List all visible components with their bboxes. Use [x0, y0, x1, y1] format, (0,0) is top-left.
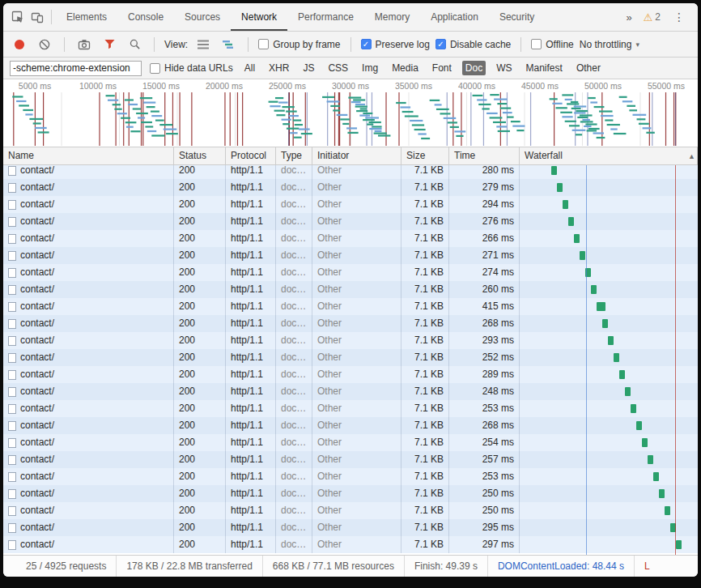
view-overview-icon[interactable] — [219, 35, 238, 54]
filter-type-manifest[interactable]: Manifest — [523, 61, 566, 75]
divider — [404, 556, 405, 577]
tab-elements[interactable]: Elements — [56, 3, 117, 31]
request-type: doc… — [276, 417, 312, 434]
throttling-dropdown[interactable]: No throttling ▾ — [580, 39, 639, 50]
sort-indicator-icon[interactable]: ▲ — [688, 147, 695, 165]
domcontentloaded-stat: DOMContentLoaded: 48.44 s — [498, 560, 624, 572]
tab-application[interactable]: Application — [420, 3, 489, 31]
request-row[interactable]: contact/200http/1.1doc…Other7.1 KB257 ms — [3, 451, 698, 468]
filter-type-media[interactable]: Media — [389, 61, 422, 75]
tab-console[interactable]: Console — [117, 3, 174, 31]
requests-table-body: contact/200http/1.1doc…Other7.1 KB280 ms… — [3, 165, 698, 555]
request-protocol: http/1.1 — [226, 247, 276, 264]
tab-network[interactable]: Network — [231, 3, 287, 31]
request-row[interactable]: contact/200http/1.1doc…Other7.1 KB289 ms — [3, 366, 698, 383]
request-initiator: Other — [312, 315, 401, 332]
waterfall-bar — [563, 200, 568, 209]
tab-security[interactable]: Security — [489, 3, 545, 31]
filter-type-ws[interactable]: WS — [493, 61, 515, 75]
filter-type-font[interactable]: Font — [429, 61, 455, 75]
request-row[interactable]: contact/200http/1.1doc…Other7.1 KB266 ms — [3, 230, 698, 247]
request-size: 7.1 KB — [401, 315, 449, 332]
request-initiator: Other — [312, 179, 401, 196]
request-size: 7.1 KB — [401, 281, 449, 298]
view-large-rows-icon[interactable] — [193, 35, 213, 54]
request-row[interactable]: contact/200http/1.1doc…Other7.1 KB280 ms — [3, 165, 698, 179]
filter-type-css[interactable]: CSS — [325, 61, 351, 75]
filter-type-js[interactable]: JS — [300, 61, 317, 75]
request-row[interactable]: contact/200http/1.1doc…Other7.1 KB268 ms — [3, 417, 698, 434]
column-header-size[interactable]: Size — [401, 147, 449, 164]
request-row[interactable]: contact/200http/1.1doc…Other7.1 KB252 ms — [3, 349, 698, 366]
request-row[interactable]: contact/200http/1.1doc…Other7.1 KB293 ms — [3, 332, 698, 349]
capture-screenshots-icon[interactable] — [74, 35, 94, 54]
request-initiator: Other — [312, 281, 401, 298]
request-protocol: http/1.1 — [226, 434, 276, 451]
request-time: 274 ms — [449, 264, 520, 281]
preserve-log-checkbox[interactable]: ✓ Preserve log — [361, 39, 430, 50]
request-status: 200 — [174, 383, 226, 400]
warning-badge[interactable]: ⚠ 2 — [644, 11, 661, 23]
status-bar: 25 / 4925 requests178 KB / 22.8 MB trans… — [3, 555, 698, 577]
request-row[interactable]: contact/200http/1.1doc…Other7.1 KB248 ms — [3, 383, 698, 400]
request-row[interactable]: contact/200http/1.1doc…Other7.1 KB271 ms — [3, 247, 698, 264]
request-type: doc… — [276, 434, 312, 451]
request-row[interactable]: contact/200http/1.1doc…Other7.1 KB254 ms — [3, 434, 698, 451]
request-time: 253 ms — [449, 400, 520, 417]
record-button[interactable] — [10, 35, 29, 54]
request-type: doc… — [276, 298, 312, 315]
group-by-frame-checkbox[interactable]: ✓ Group by frame — [258, 39, 340, 50]
request-row[interactable]: contact/200http/1.1doc…Other7.1 KB297 ms — [3, 536, 698, 553]
request-row[interactable]: contact/200http/1.1doc…Other7.1 KB250 ms — [3, 502, 698, 519]
request-row[interactable]: contact/200http/1.1doc…Other7.1 KB276 ms — [3, 213, 698, 230]
kebab-menu-button[interactable]: ⋮ — [669, 11, 690, 23]
column-header-initiator[interactable]: Initiator — [312, 147, 401, 164]
request-row[interactable]: contact/200http/1.1doc…Other7.1 KB294 ms — [3, 196, 698, 213]
disable-cache-checkbox[interactable]: ✓ Disable cache — [435, 39, 511, 50]
request-size: 7.1 KB — [401, 366, 449, 383]
filter-icon[interactable] — [100, 35, 119, 54]
more-panels-button[interactable]: » — [622, 11, 635, 23]
tab-memory[interactable]: Memory — [364, 3, 420, 31]
column-header-status[interactable]: Status — [174, 147, 226, 164]
column-header-time[interactable]: Time — [449, 147, 520, 164]
filter-type-xhr[interactable]: XHR — [266, 61, 292, 75]
request-size: 7.1 KB — [401, 196, 449, 213]
request-time: 415 ms — [449, 298, 520, 315]
tab-sources[interactable]: Sources — [174, 3, 231, 31]
request-row[interactable]: contact/200http/1.1doc…Other7.1 KB415 ms — [3, 298, 698, 315]
column-header-protocol[interactable]: Protocol — [226, 147, 276, 164]
request-row[interactable]: contact/200http/1.1doc…Other7.1 KB274 ms — [3, 264, 698, 281]
request-row[interactable]: contact/200http/1.1doc…Other7.1 KB260 ms — [3, 281, 698, 298]
request-row[interactable]: contact/200http/1.1doc…Other7.1 KB279 ms — [3, 179, 698, 196]
request-initiator: Other — [312, 196, 401, 213]
clear-button[interactable] — [35, 35, 54, 54]
request-row[interactable]: contact/200http/1.1doc…Other7.1 KB250 ms — [3, 485, 698, 502]
filter-type-other[interactable]: Other — [573, 61, 604, 75]
request-row[interactable]: contact/200http/1.1doc…Other7.1 KB268 ms — [3, 315, 698, 332]
request-row[interactable]: contact/200http/1.1doc…Other7.1 KB253 ms — [3, 468, 698, 485]
request-name: contact/ — [20, 264, 54, 281]
offline-checkbox[interactable]: ✓ Offline — [531, 39, 573, 50]
tab-performance[interactable]: Performance — [287, 3, 364, 31]
network-overview[interactable]: 5000 ms10000 ms15000 ms20000 ms25000 ms3… — [3, 79, 698, 147]
divider — [116, 556, 117, 577]
request-row[interactable]: contact/200http/1.1doc…Other7.1 KB295 ms — [3, 519, 698, 536]
filter-type-img[interactable]: Img — [359, 61, 381, 75]
request-row[interactable]: contact/200http/1.1doc…Other7.1 KB253 ms — [3, 400, 698, 417]
device-toolbar-icon[interactable] — [28, 7, 47, 27]
search-icon[interactable] — [125, 35, 144, 54]
hide-data-urls-checkbox[interactable]: ✓ Hide data URLs — [150, 62, 233, 74]
document-icon — [8, 523, 16, 533]
waterfall-bar — [602, 319, 608, 328]
checkbox-label: Preserve log — [376, 39, 430, 50]
filter-type-all[interactable]: All — [241, 61, 258, 75]
column-header-name[interactable]: Name — [3, 147, 174, 164]
inspect-element-icon[interactable] — [8, 7, 28, 27]
divider — [64, 37, 65, 52]
network-filter-input[interactable] — [10, 61, 142, 76]
record-icon — [15, 40, 24, 49]
filter-type-doc[interactable]: Doc — [462, 61, 486, 75]
column-header-waterfall[interactable]: Waterfall — [520, 147, 698, 164]
column-header-type[interactable]: Type — [276, 147, 312, 164]
